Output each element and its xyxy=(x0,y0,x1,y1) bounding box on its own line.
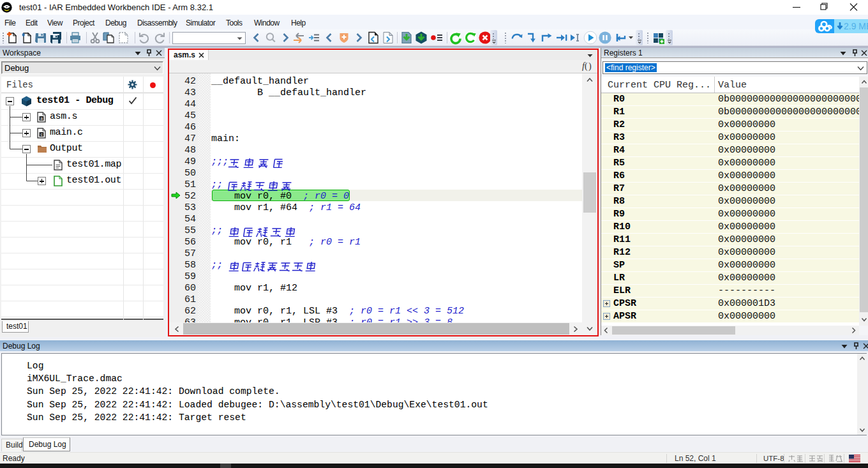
svg-text:a: a xyxy=(40,116,43,121)
